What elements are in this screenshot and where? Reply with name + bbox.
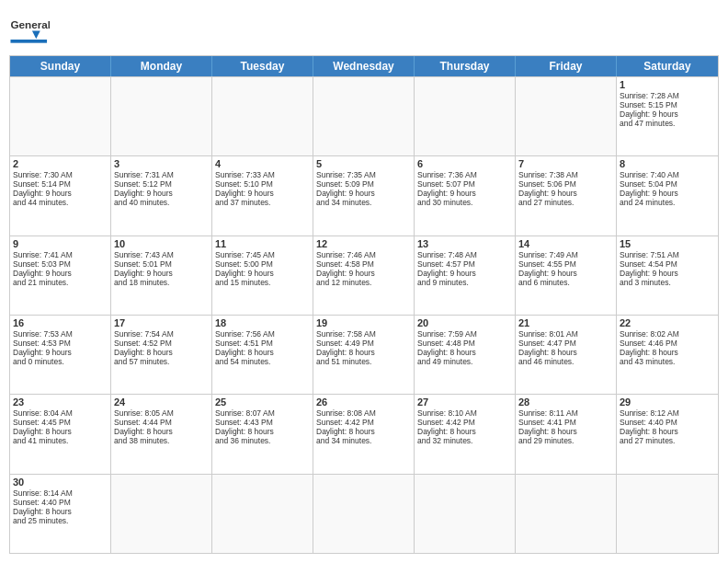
day-info: Sunrise: 7:28 AM [620, 91, 715, 100]
day-number: 26 [316, 396, 411, 408]
calendar-cell: 14Sunrise: 7:49 AMSunset: 4:55 PMDayligh… [516, 236, 617, 315]
day-info: Sunrise: 7:43 AM [114, 250, 209, 259]
day-info: and 30 minutes. [417, 198, 512, 207]
day-header-monday: Monday [111, 56, 212, 76]
calendar-cell: 12Sunrise: 7:46 AMSunset: 4:58 PMDayligh… [313, 236, 415, 315]
day-info: Sunset: 5:12 PM [114, 179, 209, 189]
calendar-cell: 19Sunrise: 7:58 AMSunset: 4:49 PMDayligh… [313, 316, 415, 394]
day-info: Sunset: 4:44 PM [114, 418, 209, 427]
calendar-cell [313, 475, 415, 553]
day-info: Sunset: 4:49 PM [316, 339, 411, 348]
day-info: and 41 minutes. [13, 436, 108, 445]
day-number: 10 [114, 238, 209, 249]
day-info: Sunset: 5:00 PM [215, 259, 310, 269]
day-number: 18 [215, 317, 310, 328]
calendar-cell [415, 475, 516, 553]
calendar-body: 1Sunrise: 7:28 AMSunset: 5:15 PMDaylight… [10, 76, 718, 553]
day-info: Sunrise: 7:31 AM [114, 170, 209, 179]
day-number: 23 [13, 396, 108, 408]
calendar-cell: 1Sunrise: 7:28 AMSunset: 5:15 PMDaylight… [617, 77, 718, 155]
calendar-cell: 10Sunrise: 7:43 AMSunset: 5:01 PMDayligh… [111, 236, 212, 315]
calendar-cell: 24Sunrise: 8:05 AMSunset: 4:44 PMDayligh… [111, 395, 212, 473]
svg-rect-2 [10, 40, 47, 43]
day-info: and 47 minutes. [620, 119, 715, 128]
day-info: Sunrise: 8:05 AM [114, 408, 209, 418]
day-number: 14 [518, 238, 613, 249]
day-info: Daylight: 8 hours [620, 348, 715, 357]
day-info: Daylight: 8 hours [417, 427, 512, 436]
day-info: Sunrise: 8:14 AM [13, 488, 108, 498]
week-row-1: 2Sunrise: 7:30 AMSunset: 5:14 PMDaylight… [10, 155, 718, 235]
day-info: Sunset: 4:48 PM [417, 339, 512, 348]
day-info: and 27 minutes. [620, 436, 715, 445]
calendar: SundayMondayTuesdayWednesdayThursdayFrid… [9, 55, 719, 554]
calendar-cell: 23Sunrise: 8:04 AMSunset: 4:45 PMDayligh… [10, 395, 111, 473]
day-headers: SundayMondayTuesdayWednesdayThursdayFrid… [10, 56, 718, 76]
calendar-cell: 26Sunrise: 8:08 AMSunset: 4:42 PMDayligh… [313, 395, 415, 473]
calendar-cell: 4Sunrise: 7:33 AMSunset: 5:10 PMDaylight… [212, 156, 313, 235]
day-number: 11 [215, 238, 310, 249]
day-info: Sunrise: 8:11 AM [518, 408, 613, 418]
calendar-cell: 2Sunrise: 7:30 AMSunset: 5:14 PMDaylight… [10, 156, 111, 235]
page: General SundayMondayTuesdayWednesdayThur… [0, 0, 728, 563]
calendar-cell: 11Sunrise: 7:45 AMSunset: 5:00 PMDayligh… [212, 236, 313, 315]
week-row-0: 1Sunrise: 7:28 AMSunset: 5:15 PMDaylight… [10, 76, 718, 155]
calendar-cell: 3Sunrise: 7:31 AMSunset: 5:12 PMDaylight… [111, 156, 212, 235]
day-info: and 0 minutes. [13, 357, 108, 366]
calendar-cell: 8Sunrise: 7:40 AMSunset: 5:04 PMDaylight… [617, 156, 718, 235]
day-info: Sunrise: 7:51 AM [620, 250, 715, 259]
day-number: 19 [316, 317, 411, 328]
day-info: Daylight: 9 hours [215, 189, 310, 198]
day-info: Sunrise: 7:56 AM [215, 329, 310, 339]
calendar-cell: 5Sunrise: 7:35 AMSunset: 5:09 PMDaylight… [313, 156, 415, 235]
logo: General [9, 9, 50, 50]
day-header-sunday: Sunday [10, 56, 111, 76]
day-info: Daylight: 9 hours [13, 189, 108, 198]
day-info: Sunset: 4:51 PM [215, 339, 310, 348]
day-info: Sunrise: 8:07 AM [215, 408, 310, 418]
day-info: Daylight: 8 hours [518, 427, 613, 436]
day-info: Sunrise: 7:33 AM [215, 170, 310, 179]
day-info: Sunrise: 7:40 AM [620, 170, 715, 179]
day-number: 5 [316, 158, 411, 169]
day-number: 1 [620, 79, 715, 90]
day-info: Sunrise: 7:46 AM [316, 250, 411, 259]
day-number: 8 [620, 158, 715, 169]
day-info: Daylight: 9 hours [620, 189, 715, 198]
day-info: and 43 minutes. [620, 357, 715, 366]
day-number: 24 [114, 396, 209, 408]
day-info: Daylight: 8 hours [13, 427, 108, 436]
calendar-cell: 20Sunrise: 7:59 AMSunset: 4:48 PMDayligh… [415, 316, 516, 394]
day-info: Sunset: 5:03 PM [13, 259, 108, 269]
day-info: Sunrise: 7:30 AM [13, 170, 108, 179]
day-info: Sunrise: 7:59 AM [417, 329, 512, 339]
day-info: and 49 minutes. [417, 357, 512, 366]
calendar-cell [516, 475, 617, 553]
day-info: and 12 minutes. [316, 278, 411, 287]
day-info: Sunrise: 7:54 AM [114, 329, 209, 339]
calendar-cell: 30Sunrise: 8:14 AMSunset: 4:40 PMDayligh… [10, 475, 111, 553]
day-info: and 6 minutes. [518, 278, 613, 287]
day-info: and 34 minutes. [316, 198, 411, 207]
calendar-cell [415, 77, 516, 155]
day-info: and 40 minutes. [114, 198, 209, 207]
day-info: Sunrise: 7:38 AM [518, 170, 613, 179]
day-info: and 44 minutes. [13, 198, 108, 207]
day-info: Sunrise: 7:53 AM [13, 329, 108, 339]
day-header-wednesday: Wednesday [313, 56, 415, 76]
calendar-cell: 18Sunrise: 7:56 AMSunset: 4:51 PMDayligh… [212, 316, 313, 394]
calendar-cell: 15Sunrise: 7:51 AMSunset: 4:54 PMDayligh… [617, 236, 718, 315]
day-info: and 15 minutes. [215, 278, 310, 287]
day-number: 7 [518, 158, 613, 169]
day-info: Daylight: 9 hours [114, 189, 209, 198]
day-info: Sunrise: 7:49 AM [518, 250, 613, 259]
day-info: Daylight: 9 hours [518, 189, 613, 198]
day-number: 30 [13, 477, 108, 488]
calendar-cell [212, 77, 313, 155]
day-info: and 25 minutes. [13, 516, 108, 525]
logo-icon: General [9, 9, 50, 50]
day-info: Daylight: 8 hours [518, 348, 613, 357]
day-info: Sunrise: 8:12 AM [620, 408, 715, 418]
day-number: 17 [114, 317, 209, 328]
day-info: Sunset: 4:57 PM [417, 259, 512, 269]
